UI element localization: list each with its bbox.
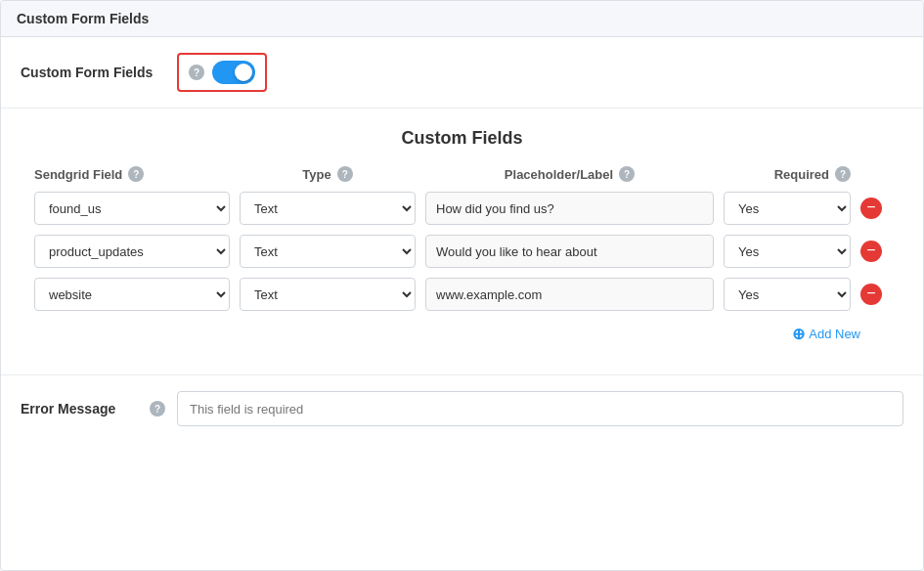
add-new-button[interactable]: ⊕ Add New <box>792 325 860 343</box>
required-select-1[interactable]: Yes No <box>724 192 851 225</box>
error-message-input[interactable] <box>177 391 903 426</box>
required-select-3[interactable]: Yes No <box>724 278 851 311</box>
type-help-icon[interactable]: ? <box>337 166 353 182</box>
custom-fields-title: Custom Fields <box>30 128 894 149</box>
sendgrid-field-select-1[interactable]: found_us <box>34 192 230 225</box>
sendgrid-help-icon[interactable]: ? <box>128 166 144 182</box>
error-help-icon[interactable]: ? <box>150 401 165 417</box>
remove-icon: − <box>866 286 875 301</box>
type-select-3[interactable]: Text <box>240 278 416 311</box>
placeholder-help-icon[interactable]: ? <box>619 166 635 182</box>
required-select-2[interactable]: Yes No <box>724 235 851 268</box>
remove-row-2-button[interactable]: − <box>860 241 882 262</box>
header-type: Type ? <box>240 166 416 182</box>
toggle-area: ? <box>177 53 267 92</box>
remove-row-1-button[interactable]: − <box>860 198 882 219</box>
required-help-icon[interactable]: ? <box>835 166 851 182</box>
custom-fields-toggle[interactable] <box>212 61 255 84</box>
type-select-1[interactable]: Text <box>240 192 416 225</box>
toggle-help-icon[interactable]: ? <box>189 65 204 80</box>
plus-icon: ⊕ <box>792 325 805 343</box>
toggle-section: Custom Form Fields ? <box>1 37 923 109</box>
add-new-row: ⊕ Add New <box>30 321 894 355</box>
placeholder-input-2[interactable] <box>425 235 714 268</box>
sendgrid-field-select-3[interactable]: website <box>34 278 230 311</box>
header-placeholder: Placeholder/Label ? <box>425 166 714 182</box>
sendgrid-field-select-2[interactable]: product_updates <box>34 235 230 268</box>
header-sendgrid: Sendgrid Field ? <box>34 166 230 182</box>
type-select-2[interactable]: Text <box>240 235 416 268</box>
remove-icon: − <box>866 242 875 258</box>
table-row: product_updates Text Yes No − <box>30 235 894 268</box>
panel-header: Custom Form Fields <box>1 1 923 37</box>
header-required: Required ? <box>724 166 851 182</box>
error-message-label: Error Message <box>21 401 138 417</box>
toggle-slider <box>212 61 255 84</box>
placeholder-input-3[interactable] <box>425 278 714 311</box>
error-message-section: Error Message ? <box>1 374 923 442</box>
fields-table: Sendgrid Field ? Type ? Placeholder/Labe… <box>30 166 894 311</box>
remove-row-3-button[interactable]: − <box>860 284 882 305</box>
table-row: found_us Text Yes No − <box>30 192 894 225</box>
panel-title: Custom Form Fields <box>17 11 149 26</box>
add-new-label: Add New <box>809 327 860 341</box>
custom-fields-section: Custom Fields Sendgrid Field ? Type ? Pl… <box>1 109 923 374</box>
main-panel: Custom Form Fields Custom Form Fields ? … <box>0 0 924 571</box>
table-row: website Text Yes No − <box>30 278 894 311</box>
header-actions <box>860 166 890 182</box>
toggle-section-label: Custom Form Fields <box>21 65 177 80</box>
placeholder-input-1[interactable] <box>425 192 714 225</box>
remove-icon: − <box>866 199 875 215</box>
fields-header: Sendgrid Field ? Type ? Placeholder/Labe… <box>30 166 894 182</box>
